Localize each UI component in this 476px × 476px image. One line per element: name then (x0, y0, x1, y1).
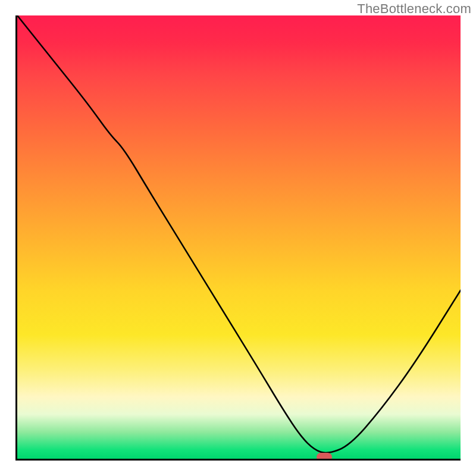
optimal-point-marker (317, 453, 332, 461)
watermark-text: TheBottleneck.com (357, 1, 471, 17)
bottleneck-curve (17, 15, 461, 459)
plot-area (15, 15, 461, 461)
